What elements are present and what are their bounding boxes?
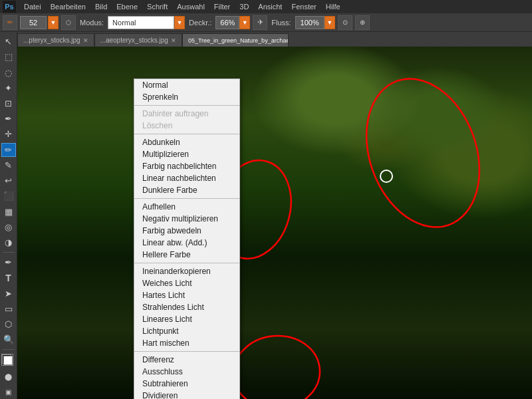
eraser-tool[interactable]: ⬛ xyxy=(1,189,16,203)
color-swatch-container xyxy=(1,354,13,366)
tab-1[interactable]: ...pteryx_stocks.jpg ✕ xyxy=(17,33,94,47)
dd-strahlendes-licht[interactable]: Strahlendes Licht xyxy=(134,301,239,313)
toolbar-divider2 xyxy=(3,349,15,350)
move-tool[interactable]: ↖ xyxy=(1,35,16,49)
toolbar-divider1 xyxy=(3,252,15,253)
color-swatches[interactable] xyxy=(1,354,16,368)
dd-negativ-multiplizieren[interactable]: Negativ multiplizieren xyxy=(134,213,239,225)
deckr-input[interactable]: 66% xyxy=(215,16,239,29)
shape-tool[interactable]: ▭ xyxy=(1,302,16,316)
dd-ausschluss[interactable]: Ausschluss xyxy=(134,366,239,378)
clone-stamp-tool[interactable]: ✎ xyxy=(1,158,16,172)
menu-bearbeiten[interactable]: Bearbeiten xyxy=(47,2,90,11)
dd-abdunkeln[interactable]: Abdunkeln xyxy=(134,136,239,148)
lasso-tool[interactable]: ◌ xyxy=(1,65,16,79)
dd-subtrahieren[interactable]: Subtrahieren xyxy=(134,378,239,390)
history-brush-tool[interactable]: ↩ xyxy=(1,174,16,188)
dd-hellere-farbe[interactable]: Hellere Farbe xyxy=(134,249,239,261)
tab-bar: ...pteryx_stocks.jpg ✕ ...aeopteryx_stoc… xyxy=(17,32,532,47)
menu-auswahl[interactable]: Auswahl xyxy=(173,2,209,11)
fluss-label: Fluss: xyxy=(271,19,291,27)
menu-schrift[interactable]: Schrift xyxy=(143,2,172,11)
content-area: ...pteryx_stocks.jpg ✕ ...aeopteryx_stoc… xyxy=(17,32,532,399)
airbrush-icon[interactable]: ✈ xyxy=(253,15,267,30)
menu-bild[interactable]: Bild xyxy=(91,2,111,11)
dd-aufhellen[interactable]: Aufhellen xyxy=(134,201,239,213)
dd-sep-5 xyxy=(134,351,239,352)
modus-label: Modus: xyxy=(80,19,104,27)
top-toolbar: ✏ 52 ▼ ⬡ Modus: Normal ▼ Deckr.: 66% ▼ ✈… xyxy=(0,13,532,32)
menu-3d[interactable]: 3D xyxy=(235,2,253,11)
select-tool[interactable]: ⬚ xyxy=(1,50,16,64)
clone-icon[interactable]: ⊕ xyxy=(355,15,370,30)
tab-close-1[interactable]: ✕ xyxy=(83,37,88,44)
blend-mode-dropdown[interactable]: Normal Sprenkeln Dahinter auftragen Lösc… xyxy=(134,78,240,399)
deckr-label: Deckr.: xyxy=(189,19,211,27)
dd-lichtpunkt[interactable]: Lichtpunkt xyxy=(134,325,239,337)
eyedropper-tool[interactable]: ✒ xyxy=(1,112,16,126)
dd-multiplizieren[interactable]: Multiplizieren xyxy=(134,148,239,160)
tab-2[interactable]: ...aeopteryx_stocks.jpg ✕ xyxy=(94,33,182,47)
dd-farbig-nachbelichten[interactable]: Farbig nachbelichten xyxy=(134,160,239,172)
dd-dahinter: Dahinter auftragen xyxy=(134,108,239,120)
quick-select-tool[interactable]: ✦ xyxy=(1,81,16,95)
path-select-tool[interactable]: ➤ xyxy=(1,287,16,301)
blend-mode-dropdown-arrow[interactable]: ▼ xyxy=(174,16,185,29)
ps-logo: Ps xyxy=(3,1,16,13)
dd-normal[interactable]: Normal xyxy=(134,79,239,91)
menu-filter[interactable]: Filter xyxy=(210,2,234,11)
dodge-tool[interactable]: ◑ xyxy=(1,235,16,249)
brush-size-dropdown[interactable]: ▼ xyxy=(48,16,59,29)
menu-ansicht[interactable]: Ansicht xyxy=(254,2,286,11)
dd-sep-4 xyxy=(134,263,239,263)
dd-linear-abw[interactable]: Linear abw. (Add.) xyxy=(134,237,239,249)
brush-size-input[interactable]: 52 xyxy=(20,16,47,29)
dd-loschen: Löschen xyxy=(134,120,239,132)
menu-hilfe[interactable]: Hilfe xyxy=(322,2,344,11)
background-color[interactable] xyxy=(3,356,13,365)
tab-3[interactable]: 05_Tree_in_green_Nature_by_archaeopteryx… xyxy=(182,33,289,47)
brush-tool[interactable]: ✏ xyxy=(1,143,16,157)
dd-sep-3 xyxy=(134,198,239,199)
pen-tool[interactable]: ✒ xyxy=(1,255,16,269)
dd-hartes-licht[interactable]: Hartes Licht xyxy=(134,289,239,301)
zoom-tool[interactable]: 🔍 xyxy=(1,332,16,346)
dd-farbig-abwedeln[interactable]: Farbig abwedeln xyxy=(134,225,239,237)
dd-dunklere-farbe[interactable]: Dunklere Farbe xyxy=(134,184,239,196)
blur-tool[interactable]: ◎ xyxy=(1,220,16,234)
dd-sep-2 xyxy=(134,134,239,134)
crop-tool[interactable]: ⊡ xyxy=(1,96,16,110)
menu-bar: Ps Datei Bearbeiten Bild Ebene Schrift A… xyxy=(0,0,532,13)
tablet-pressure-icon[interactable]: ⊙ xyxy=(338,15,352,30)
main-area: ↖ ⬚ ◌ ✦ ⊡ ✒ ✛ ✏ ✎ ↩ ⬛ ▦ ◎ ◑ ✒ T ➤ ▭ ⬡ 🔍 … xyxy=(0,32,532,399)
heal-tool[interactable]: ✛ xyxy=(1,127,16,141)
dd-weiches-licht[interactable]: Weiches Licht xyxy=(134,277,239,289)
dd-linear-nachbelichten[interactable]: Linear nachbelichten xyxy=(134,172,239,184)
gradient-tool[interactable]: ▦ xyxy=(1,204,16,218)
blend-mode-select[interactable]: Normal xyxy=(108,16,174,29)
dd-hart-mischen[interactable]: Hart mischen xyxy=(134,337,239,349)
fluss-dropdown-arrow[interactable]: ▼ xyxy=(325,16,335,29)
deckr-dropdown-arrow[interactable]: ▼ xyxy=(239,16,250,29)
fluss-input[interactable]: 100% xyxy=(295,16,325,29)
text-tool[interactable]: T xyxy=(1,271,16,285)
canvas-area: Normal Sprenkeln Dahinter auftragen Lösc… xyxy=(17,47,532,399)
brush-tool-icon[interactable]: ✏ xyxy=(3,15,17,30)
3d-tool[interactable]: ⬡ xyxy=(1,317,16,331)
dd-sep-1 xyxy=(134,105,239,106)
dd-lineares-licht[interactable]: Lineares Licht xyxy=(134,313,239,325)
tree-layer xyxy=(17,47,532,399)
dd-differenz[interactable]: Differenz xyxy=(134,354,239,366)
brush-preset-icon[interactable]: ⬡ xyxy=(61,15,76,30)
menu-ebene[interactable]: Ebene xyxy=(112,2,142,11)
tab-close-2[interactable]: ✕ xyxy=(171,37,176,44)
brush-cursor xyxy=(380,170,393,183)
menu-datei[interactable]: Datei xyxy=(20,2,45,11)
dd-dividieren[interactable]: Dividieren xyxy=(134,390,239,399)
screen-mode-tool[interactable]: ▣ xyxy=(1,385,16,399)
dd-sprenkeln[interactable]: Sprenkeln xyxy=(134,91,239,103)
dd-ineinander[interactable]: Ineinanderkopieren xyxy=(134,265,239,277)
left-toolbar: ↖ ⬚ ◌ ✦ ⊡ ✒ ✛ ✏ ✎ ↩ ⬛ ▦ ◎ ◑ ✒ T ➤ ▭ ⬡ 🔍 … xyxy=(0,32,17,399)
menu-fenster[interactable]: Fenster xyxy=(287,2,320,11)
quick-mask-tool[interactable]: ⬤ xyxy=(1,370,16,384)
